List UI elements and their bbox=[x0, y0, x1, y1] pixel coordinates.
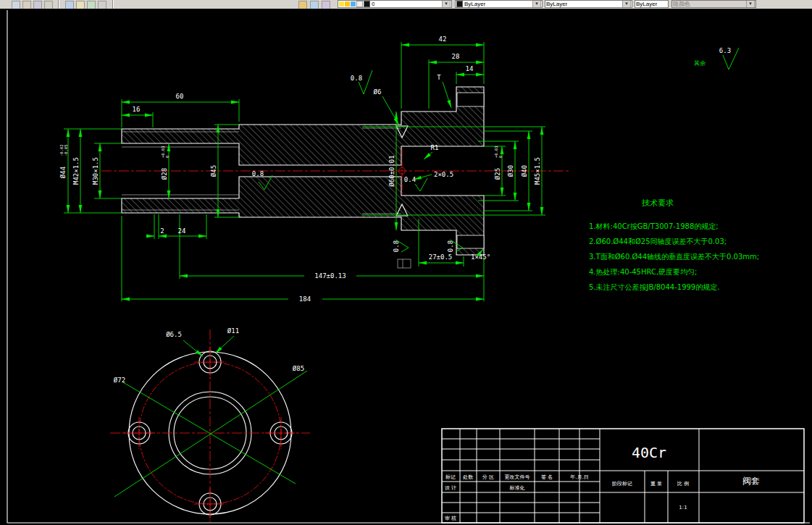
dim-m45[interactable]: M45×1.5 bbox=[534, 157, 541, 185]
dim-dia85[interactable]: Ø85 bbox=[293, 365, 304, 372]
dim-groove[interactable]: 2×0.5 bbox=[434, 171, 453, 178]
tech-req-line-1[interactable]: 1.材料:40Cr按GB/T3007-1988的规定; bbox=[589, 222, 719, 230]
layer-thaw-icon bbox=[345, 1, 350, 7]
section-dimensions[interactable]: 60 16 42 28 14 T Ø6 0.8 0.8 0.4 2 24 147… bbox=[59, 35, 545, 303]
tech-req-line-5[interactable]: 5.未注尺寸公差按JB/8044-1999的规定. bbox=[589, 283, 719, 291]
roughness-icon[interactable] bbox=[415, 178, 427, 191]
toolbar-separator bbox=[112, 0, 114, 9]
svg-text:0.8: 0.8 bbox=[447, 240, 454, 252]
titleblock-label-mark: 标记 bbox=[445, 474, 456, 480]
tech-req-line-2[interactable]: 2.Ø60.Ø44和Ø25同轴度误差不大于0.03; bbox=[589, 238, 727, 245]
dim-16[interactable]: 16 bbox=[133, 106, 141, 113]
layer-plot-icon bbox=[356, 1, 363, 7]
tech-req-title[interactable]: 技术要求 bbox=[642, 198, 674, 208]
title-block[interactable]: 40Cr 阀套 标记 处数 分 区 更改文件号 签 名 年.月.日 设 计 标准… bbox=[442, 429, 804, 523]
flange-bolt-hole-section[interactable] bbox=[457, 93, 484, 106]
drawing-canvas[interactable]: 60 16 42 28 14 T Ø6 0.8 0.8 0.4 2 24 147… bbox=[0, 9, 812, 525]
titleblock-part-name[interactable]: 阀套 bbox=[742, 476, 760, 486]
dim-chamfer[interactable]: 1×45° bbox=[471, 253, 490, 261]
toolbar-separator bbox=[58, 0, 59, 9]
dim-m42[interactable]: M42×1.5 bbox=[72, 157, 80, 185]
dim-dia45[interactable]: Ø45 bbox=[210, 165, 217, 177]
dim-dia30[interactable]: Ø30 bbox=[507, 165, 514, 177]
svg-text:0.8: 0.8 bbox=[393, 240, 400, 252]
color-value: ByLayer bbox=[464, 1, 485, 7]
roughness-0.8-bore[interactable]: 0.8 bbox=[252, 170, 264, 177]
lineweight-combo[interactable]: ByLayer bbox=[635, 0, 669, 8]
dim-dia28-tol-lo[interactable]: 0 bbox=[165, 156, 169, 158]
dim-dia25[interactable]: Ø25 bbox=[494, 168, 501, 180]
lineweight-value: ByLayer bbox=[636, 1, 657, 7]
dim-14[interactable]: 14 bbox=[466, 65, 474, 72]
layer-color-swatch bbox=[364, 1, 370, 7]
plotstyle-combo[interactable]: 随颜色 ▼ bbox=[671, 0, 756, 8]
linetype-combo[interactable]: ByLayer ▼ bbox=[545, 0, 632, 8]
roughness-6.3[interactable]: 6.3 bbox=[719, 47, 731, 54]
dim-dia44[interactable]: Ø44 bbox=[59, 167, 67, 178]
titleblock-label-weight: 重 量 bbox=[650, 481, 662, 487]
technical-requirements[interactable]: 技术要求 1.材料:40Cr按GB/T3007-1988的规定; 2.Ø60.Ø… bbox=[589, 198, 759, 291]
dim-dia60[interactable]: Ø60±0.01 bbox=[388, 155, 395, 186]
surface-roughness-note[interactable]: 6.3 其余 bbox=[694, 47, 739, 70]
dim-42[interactable]: 42 bbox=[439, 35, 447, 43]
rest-label[interactable]: 其余 bbox=[694, 60, 706, 67]
titleblock-label-zone: 分 区 bbox=[482, 474, 494, 480]
dim-28[interactable]: 28 bbox=[452, 53, 460, 60]
dim-r1[interactable]: R1 bbox=[431, 144, 439, 151]
tech-req-line-3[interactable]: 3.T面和Ø60.Ø44轴线的垂直度误差不大于0.03mm; bbox=[589, 253, 759, 261]
dim-dia72[interactable]: Ø72 bbox=[114, 377, 125, 384]
titleblock-label-standard: 标准化 bbox=[509, 485, 525, 491]
front-view[interactable]: Ø6.5 Ø11 Ø85 Ø72 bbox=[110, 327, 310, 522]
linetype-value: ByLayer bbox=[546, 1, 567, 7]
color-swatch bbox=[456, 1, 463, 7]
dim-dia11[interactable]: Ø11 bbox=[227, 327, 239, 335]
titleblock-scale-value: 1:1 bbox=[679, 505, 687, 511]
dim-dia28[interactable]: Ø28 bbox=[161, 168, 168, 180]
bolt-hole[interactable] bbox=[194, 346, 226, 378]
titleblock-label-sign: 签 名 bbox=[541, 474, 553, 480]
dim-dia25-tol-lo[interactable]: 0 bbox=[498, 156, 503, 158]
roughness-0.8-left[interactable]: 0.8 bbox=[393, 240, 409, 252]
dim-dia44-tol-lo[interactable]: -0.05 bbox=[64, 144, 68, 156]
dropdown-arrow-icon[interactable]: ▼ bbox=[622, 0, 631, 8]
layer-combo[interactable]: 0 ▼ bbox=[338, 0, 452, 8]
bolt-hole[interactable] bbox=[265, 417, 297, 449]
dropdown-arrow-icon[interactable]: ▼ bbox=[532, 0, 541, 8]
roughness-icon[interactable] bbox=[359, 70, 372, 94]
layer-value: 0 bbox=[372, 1, 374, 7]
titleblock-label-design: 设 计 bbox=[445, 485, 456, 491]
tech-req-line-4[interactable]: 4.热处理:40-45HRC,硬度要均匀; bbox=[589, 268, 697, 276]
titleblock-label-stage: 阶段标记 bbox=[612, 481, 632, 487]
datum-frame[interactable] bbox=[398, 259, 411, 268]
dim-m30[interactable]: M30×1.5 bbox=[92, 157, 99, 185]
roughness-0.4[interactable]: 0.4 bbox=[404, 176, 416, 183]
sheet-frame bbox=[7, 10, 810, 523]
dim-184[interactable]: 184 bbox=[299, 295, 311, 303]
dim-dia40[interactable]: Ø40 bbox=[521, 165, 528, 177]
layer-on-icon bbox=[339, 1, 344, 7]
layer-lock-icon bbox=[351, 1, 356, 7]
dim-dia6[interactable]: Ø6 bbox=[374, 88, 382, 96]
roughness-0.8-top[interactable]: 0.8 bbox=[351, 75, 362, 82]
model-space-canvas[interactable]: 60 16 42 28 14 T Ø6 0.8 0.8 0.4 2 24 147… bbox=[0, 9, 812, 525]
titleblock-label-change-doc: 更改文件号 bbox=[505, 474, 530, 480]
dia11-leader[interactable] bbox=[215, 336, 234, 353]
titleblock-label-audit: 审 核 bbox=[445, 516, 456, 521]
titleblock-label-scale: 比 例 bbox=[677, 481, 689, 487]
label-t-face[interactable]: T bbox=[437, 74, 441, 81]
dim-60[interactable]: 60 bbox=[176, 93, 184, 100]
plotstyle-value: 随颜色 bbox=[673, 0, 690, 8]
cad-application-window: 0 ▼ ByLayer ▼ ByLayer ▼ ByLayer 随颜色 ▼ bbox=[0, 0, 812, 525]
titleblock-material[interactable]: 40Cr bbox=[632, 444, 666, 461]
dim-27[interactable]: 27±0.5 bbox=[429, 253, 453, 261]
dim-147[interactable]: 147±0.13 bbox=[314, 272, 346, 280]
dim-24[interactable]: 24 bbox=[178, 227, 186, 235]
dropdown-arrow-icon[interactable]: ▼ bbox=[442, 0, 451, 8]
titleblock-label-date: 年.月.日 bbox=[570, 474, 588, 480]
dropdown-arrow-icon: ▼ bbox=[746, 0, 755, 8]
dim-2[interactable]: 2 bbox=[160, 227, 164, 235]
bolt-hole[interactable] bbox=[194, 488, 226, 520]
dim-dia6.5[interactable]: Ø6.5 bbox=[166, 331, 182, 338]
bolt-hole[interactable] bbox=[123, 417, 155, 449]
color-combo[interactable]: ByLayer ▼ bbox=[455, 0, 543, 8]
